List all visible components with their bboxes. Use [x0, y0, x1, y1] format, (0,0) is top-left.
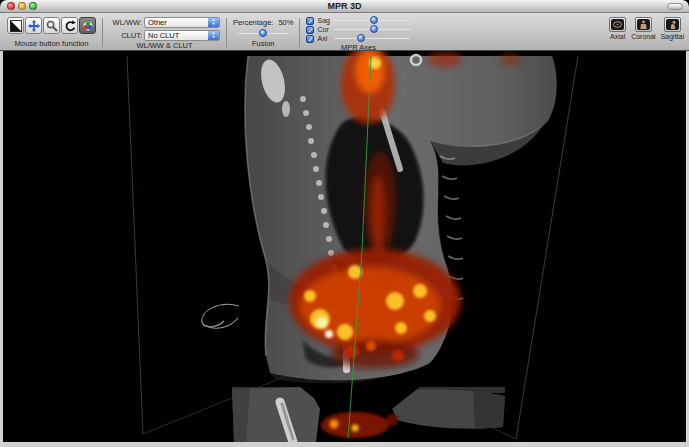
mpr-3d-render [3, 51, 686, 442]
cor-slider[interactable] [334, 25, 410, 34]
contrast-icon [10, 20, 22, 32]
zoom-button[interactable] [29, 2, 37, 10]
cor-label: Cor [317, 26, 331, 33]
traffic-lights [7, 2, 37, 10]
fusion-slider-thumb[interactable] [259, 29, 267, 37]
rotate-arrow-icon [64, 20, 76, 32]
fusion-group: Percentage: 50% Fusion [233, 15, 293, 49]
box-left-edge [127, 56, 143, 434]
mpr-3d-viewport[interactable] [0, 51, 689, 447]
sag-slider[interactable] [334, 16, 410, 25]
minimize-button[interactable] [18, 2, 26, 10]
popup-arrows-icon: ▲▼ [208, 18, 219, 27]
mouse-button-group: Mouse button function [7, 15, 96, 49]
wlww-popup[interactable]: Other ▲▼ [144, 17, 220, 28]
close-button[interactable] [7, 2, 15, 10]
axial-icon [611, 19, 624, 30]
clut-label: CLUT: [109, 31, 142, 40]
wl-ww-contrast-button[interactable] [7, 17, 24, 34]
toolbar-divider [299, 18, 300, 47]
axi-label: Axi [317, 35, 331, 42]
view-orientation-buttons: Axial Coronal Sagittal [609, 15, 684, 49]
color-wheel-button[interactable] [79, 17, 96, 34]
rotate-tool-button[interactable] [61, 17, 78, 34]
percentage-value: 50% [278, 18, 293, 27]
axi-checkbox[interactable]: ✓ [306, 35, 314, 43]
zoom-tool-button[interactable] [43, 17, 60, 34]
mpr-3d-window: MPR 3D [0, 0, 689, 447]
pan-move-button[interactable] [25, 17, 42, 34]
axial-button[interactable]: Axial [609, 17, 626, 40]
lower-reflection-section [232, 386, 505, 442]
toolbar-divider [226, 18, 227, 47]
toolbar: Mouse button function WL/WW: Other ▲▼ CL… [0, 13, 689, 51]
fusion-group-caption: Fusion [252, 39, 275, 49]
cor-checkbox[interactable]: ✓ [306, 26, 314, 34]
magnifier-icon [46, 20, 58, 32]
mpr-axes-group: ✓ Sag ✓ Cor ✓ Axi [306, 15, 410, 49]
color-wheel-icon [82, 20, 94, 32]
axi-slider[interactable] [334, 34, 410, 43]
coronal-button[interactable]: Coronal [631, 17, 656, 40]
sag-slider-thumb[interactable] [370, 16, 378, 24]
axi-slider-thumb[interactable] [357, 34, 365, 42]
fusion-slider[interactable] [237, 29, 289, 38]
sagittal-icon [666, 19, 679, 30]
mouse-group-caption: Mouse button function [15, 39, 89, 49]
toolbar-toggle-pill[interactable] [667, 3, 683, 10]
toolbar-divider [102, 18, 103, 47]
move-arrows-icon [28, 20, 40, 32]
sag-checkbox[interactable]: ✓ [306, 17, 314, 25]
titlebar[interactable]: MPR 3D [0, 0, 689, 13]
wlww-clut-group: WL/WW: Other ▲▼ CLUT: No CLUT ▲▼ [109, 15, 220, 49]
wlww-label: WL/WW: [109, 18, 142, 27]
cor-slider-thumb[interactable] [370, 25, 378, 33]
wlww-group-caption: WL/WW & CLUT [136, 41, 192, 51]
sag-label: Sag [317, 17, 331, 24]
percentage-label: Percentage: [233, 18, 273, 27]
sagittal-button[interactable]: Sagittal [661, 17, 684, 40]
coronal-icon [637, 19, 650, 30]
clut-popup[interactable]: No CLUT ▲▼ [144, 30, 220, 41]
annotation-scribble [202, 304, 239, 328]
window-title: MPR 3D [327, 1, 361, 11]
popup-arrows-icon: ▲▼ [208, 31, 219, 40]
